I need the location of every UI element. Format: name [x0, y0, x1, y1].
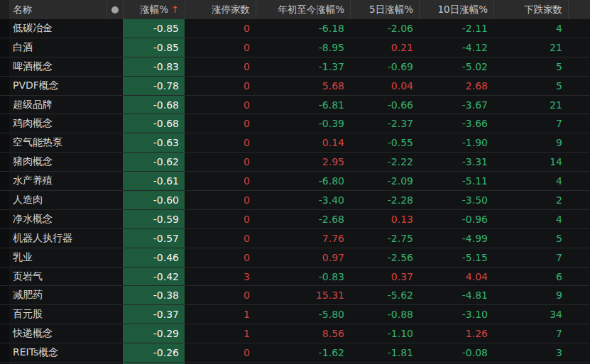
- table-row[interactable]: 空气能热泵-0.6300.14-0.55-1.909: [0, 133, 590, 153]
- decliners-cell-value: 4: [556, 214, 562, 225]
- limit-up-cell-value: 0: [244, 118, 250, 129]
- decliners-cell: 4: [493, 172, 568, 190]
- table-row[interactable]: PVDF概念-0.7805.680.042.685: [0, 77, 590, 96]
- table-row[interactable]: 减肥药-0.38015.31-5.62-4.819: [0, 286, 590, 305]
- ytd-cell: -6.81: [256, 96, 350, 114]
- column-header-limit-up-count[interactable]: 涨停家数: [185, 0, 256, 19]
- d10-cell-value: -2.11: [462, 23, 488, 34]
- decliners-cell-value: 5: [556, 233, 562, 244]
- ytd-cell: -0.83: [256, 268, 350, 286]
- table-row[interactable]: 低碳冶金-0.850-6.18-2.06-2.114: [0, 19, 590, 38]
- marker-cell: [106, 19, 123, 38]
- d5-cell: 0.13: [350, 210, 419, 228]
- limit-up-cell-value: 0: [244, 80, 250, 92]
- change-cell: -0.61: [123, 172, 185, 190]
- d10-cell-value: -4.12: [462, 42, 488, 53]
- change-cell: -0.63: [123, 133, 185, 152]
- ytd-cell-value: -1.62: [319, 347, 344, 358]
- change-cell: -0.85: [123, 19, 185, 38]
- d5-cell-value: -2.22: [388, 156, 413, 167]
- column-header-10day-label: 10日涨幅%: [437, 4, 488, 16]
- column-header-change[interactable]: 涨幅% ↑: [123, 0, 185, 19]
- column-header-5day-change[interactable]: 5日涨幅%: [350, 0, 419, 19]
- table-row[interactable]: 白酒-0.850-8.950.21-4.1221: [0, 38, 590, 57]
- ytd-cell: -1.37: [256, 57, 350, 76]
- ytd-cell: 15.31: [256, 286, 350, 304]
- d10-cell-value: -3.67: [462, 99, 488, 111]
- table-row[interactable]: 超级品牌-0.680-6.81-0.66-3.6721: [0, 96, 590, 115]
- change-cell-value: -0.68: [153, 118, 179, 129]
- change-cell: -0.85: [123, 38, 185, 57]
- limit-up-cell: 0: [185, 96, 256, 114]
- table-row[interactable]: 页岩气-0.423-0.830.374.046: [0, 268, 590, 287]
- table-row[interactable]: 水产养殖-0.610-6.80-2.09-5.114: [0, 172, 590, 191]
- column-header-10day-change[interactable]: 10日涨幅%: [419, 0, 493, 19]
- limit-up-cell-value: 0: [244, 347, 250, 358]
- name-cell: 低碳冶金: [9, 19, 106, 38]
- table-row[interactable]: REITs概念-0.260-1.62-1.81-0.083: [0, 343, 590, 363]
- marker-cell: [106, 114, 123, 133]
- limit-up-cell: 0: [185, 19, 256, 38]
- limit-up-cell: 0: [185, 172, 256, 190]
- column-header-ytd-change[interactable]: 年初至今涨幅%: [256, 0, 350, 19]
- marker-cell: [106, 77, 123, 95]
- decliners-cell: 4: [493, 19, 568, 38]
- table-row[interactable]: 百元股-0.371-5.80-0.88-3.1034: [0, 305, 590, 324]
- d10-cell: -1.90: [419, 133, 493, 152]
- table-row[interactable]: 鸡肉概念-0.680-0.39-2.37-3.667: [0, 114, 590, 133]
- decliners-cell: 2: [493, 191, 568, 209]
- table-row[interactable]: 啤酒概念-0.830-1.37-0.69-5.025: [0, 57, 590, 77]
- name-cell: 机器人执行器: [9, 229, 106, 248]
- name-cell-value: 机器人执行器: [13, 232, 72, 245]
- row-spacer: [568, 133, 590, 152]
- name-cell-value: 低碳冶金: [13, 22, 53, 35]
- column-header-marker[interactable]: [106, 0, 123, 19]
- table-row[interactable]: 快递概念-0.2918.56-1.101.267: [0, 324, 590, 343]
- table-row[interactable]: 猪肉概念-0.6202.95-2.22-3.3114: [0, 153, 590, 172]
- table-row[interactable]: 机器人执行器-0.5707.76-2.75-4.995: [0, 229, 590, 248]
- decliners-cell: 3: [493, 343, 568, 362]
- row-spacer: [568, 114, 590, 133]
- name-cell: 猪肉概念: [9, 153, 106, 171]
- marker-cell: [106, 305, 123, 324]
- table-row[interactable]: 净水概念-0.590-2.680.13-0.964: [0, 210, 590, 229]
- d10-cell: -2.11: [419, 19, 493, 38]
- change-cell-value: -0.60: [153, 194, 179, 206]
- name-cell: 水产养殖: [9, 172, 106, 190]
- row-gutter: [0, 38, 9, 57]
- table-row[interactable]: 人造肉-0.600-3.40-2.28-3.502: [0, 191, 590, 210]
- d5-cell-value: -0.88: [388, 309, 413, 320]
- d10-cell: -5.02: [419, 57, 493, 76]
- d5-cell: -5.62: [350, 286, 419, 304]
- d5-cell-value: -2.75: [388, 233, 413, 244]
- ytd-cell: 8.56: [256, 324, 350, 343]
- ytd-cell-value: -6.81: [319, 99, 344, 111]
- row-spacer: [568, 210, 590, 228]
- name-cell: 空气能热泵: [9, 133, 106, 152]
- row-spacer: [568, 248, 590, 267]
- column-header-name[interactable]: 名称: [9, 0, 106, 19]
- column-header-decliner-count[interactable]: 下跌家数: [493, 0, 568, 19]
- change-cell: -0.38: [123, 286, 185, 304]
- decliners-cell-value: 4: [556, 175, 562, 187]
- ytd-cell: -6.80: [256, 172, 350, 190]
- d10-cell-value: -3.50: [462, 194, 488, 206]
- decliners-cell: 4: [493, 210, 568, 228]
- d10-cell-value: 4.04: [466, 271, 488, 282]
- row-gutter: [0, 19, 9, 38]
- decliners-cell-value: 5: [556, 61, 562, 72]
- ytd-cell: -1.62: [256, 343, 350, 362]
- d10-cell-value: -3.10: [462, 309, 488, 320]
- name-cell-value: 页岩气: [13, 270, 43, 283]
- d10-cell-value: -4.99: [462, 233, 488, 244]
- table-row[interactable]: 乳业-0.4600.97-2.56-5.157: [0, 248, 590, 268]
- limit-up-cell-value: 0: [244, 99, 250, 111]
- d10-cell: 2.68: [419, 77, 493, 95]
- decliners-cell: 6: [493, 268, 568, 286]
- limit-up-cell-value: 0: [244, 194, 250, 206]
- row-gutter: [0, 57, 9, 76]
- row-spacer: [568, 191, 590, 209]
- decliners-cell-value: 7: [556, 252, 562, 263]
- decliners-cell-value: 6: [556, 271, 562, 282]
- limit-up-cell-value: 0: [244, 42, 250, 53]
